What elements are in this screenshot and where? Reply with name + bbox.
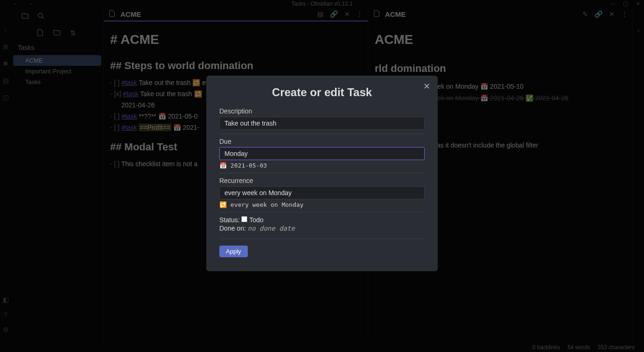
done-value: no done date	[248, 225, 295, 232]
recurrence-input[interactable]	[219, 186, 425, 199]
description-input[interactable]	[219, 117, 425, 130]
status-label: Status:	[219, 216, 240, 224]
close-icon[interactable]: ✕	[423, 81, 430, 92]
modal-title: Create or edit Task	[219, 86, 425, 99]
recurrence-hint: 🔁 every week on Monday	[219, 201, 425, 208]
recurrence-label: Recurrence	[219, 177, 425, 184]
due-hint: 📅 2021-05-03	[219, 162, 425, 169]
description-label: Description	[219, 107, 425, 115]
status-checkbox[interactable]	[241, 216, 247, 222]
due-label: Due	[219, 138, 425, 145]
done-label: Done on:	[219, 225, 246, 232]
due-input[interactable]	[219, 147, 425, 160]
task-modal: ✕ Create or edit Task Description Due 📅 …	[206, 76, 438, 271]
status-value: Todo	[249, 216, 263, 224]
apply-button[interactable]: Apply	[219, 246, 248, 257]
